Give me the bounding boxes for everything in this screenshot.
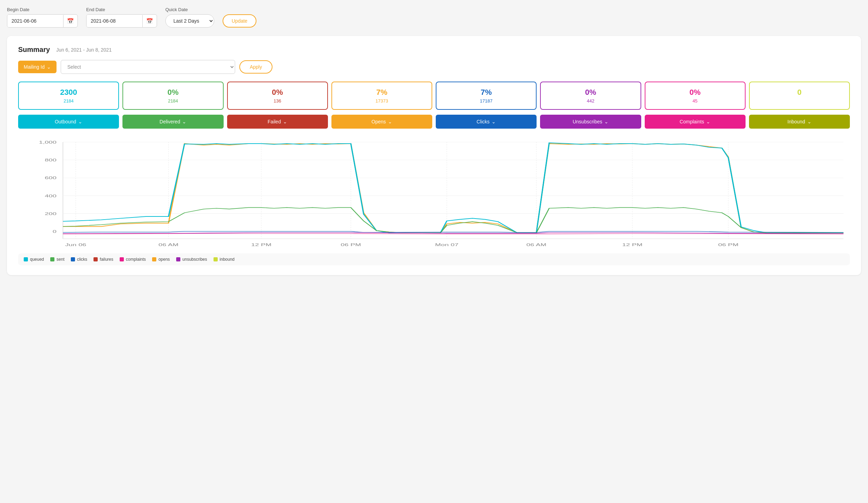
mailing-id-label: Mailing Id xyxy=(24,64,45,70)
stat-card-complaints: 0%45 xyxy=(645,82,746,110)
stat-card-failed: 0%136 xyxy=(227,82,328,110)
svg-text:Jun 06: Jun 06 xyxy=(65,243,87,247)
metric-btn-failed[interactable]: Failed⌄ xyxy=(227,115,328,129)
stats-grid: 230021840%21840%1367%173737%171870%4420%… xyxy=(18,82,850,110)
chart-area: 1,000 800 600 400 200 0 Jun 06 06 AM 12 … xyxy=(18,138,850,250)
legend-color-dot xyxy=(176,257,180,261)
svg-text:0: 0 xyxy=(53,229,57,234)
stat-main-outbound: 2300 xyxy=(22,88,115,97)
chevron-down-icon: ⌄ xyxy=(604,119,608,124)
metric-btn-label: Complaints xyxy=(680,119,704,124)
apply-button[interactable]: Apply xyxy=(239,60,272,74)
stat-card-inbound: 0 xyxy=(749,82,850,110)
legend-item-opens: opens xyxy=(152,257,170,262)
queued-line xyxy=(63,143,843,233)
end-date-group: End Date 📅 xyxy=(86,7,157,28)
metric-btn-delivered[interactable]: Delivered⌄ xyxy=(122,115,223,129)
metric-btn-complaints[interactable]: Complaints⌄ xyxy=(645,115,746,129)
metric-btn-outbound[interactable]: Outbound⌄ xyxy=(18,115,119,129)
stat-sub-delivered: 2184 xyxy=(126,98,220,104)
metric-btn-label: Opens xyxy=(372,119,386,124)
stat-sub-failed: 136 xyxy=(231,98,324,104)
chevron-down-icon: ⌄ xyxy=(492,119,496,124)
summary-title: Summary xyxy=(18,46,50,54)
legend-color-dot xyxy=(50,257,54,261)
svg-text:200: 200 xyxy=(45,211,57,216)
legend-color-dot xyxy=(24,257,28,261)
svg-text:12 PM: 12 PM xyxy=(251,243,271,247)
summary-date-range: Jun 6, 2021 - Jun 8, 2021 xyxy=(56,47,112,53)
legend-label: complaints xyxy=(126,257,146,262)
svg-text:400: 400 xyxy=(45,193,57,198)
svg-text:600: 600 xyxy=(45,176,57,180)
svg-text:06 PM: 06 PM xyxy=(718,243,738,247)
end-date-label: End Date xyxy=(86,7,157,12)
legend-color-dot xyxy=(152,257,156,261)
chevron-down-icon: ⌄ xyxy=(388,119,392,124)
stat-sub-outbound: 2184 xyxy=(22,98,115,104)
legend-row: queuedsentclicksfailurescomplaintsopensu… xyxy=(18,253,850,265)
quick-date-group: Quick Date Last 2 Days Last 7 Days Last … xyxy=(165,7,214,28)
legend-item-inbound: inbound xyxy=(214,257,235,262)
legend-item-failures: failures xyxy=(93,257,113,262)
stat-sub-unsubscribes: 442 xyxy=(544,98,637,104)
chevron-down-icon: ⌄ xyxy=(182,119,186,124)
stat-sub-clicks: 17187 xyxy=(439,98,533,104)
legend-label: queued xyxy=(30,257,44,262)
end-date-wrap: 📅 xyxy=(86,14,157,28)
legend-item-complaints: complaints xyxy=(120,257,146,262)
metric-btn-opens[interactable]: Opens⌄ xyxy=(331,115,432,129)
quick-date-select[interactable]: Last 2 Days Last 7 Days Last 30 Days xyxy=(165,14,214,28)
metric-btn-label: Delivered xyxy=(159,119,180,124)
metric-btn-label: Failed xyxy=(268,119,281,124)
legend-item-clicks: clicks xyxy=(71,257,87,262)
stat-main-delivered: 0% xyxy=(126,88,220,97)
metric-btn-label: Unsubscribes xyxy=(573,119,602,124)
metric-btn-label: Clicks xyxy=(477,119,489,124)
legend-label: sent xyxy=(57,257,65,262)
mailing-select[interactable]: Select xyxy=(61,60,235,74)
main-card: Summary Jun 6, 2021 - Jun 8, 2021 Mailin… xyxy=(7,36,861,275)
legend-label: clicks xyxy=(77,257,87,262)
svg-text:06 AM: 06 AM xyxy=(526,243,546,247)
svg-text:Mon 07: Mon 07 xyxy=(435,243,458,247)
stat-card-opens: 7%17373 xyxy=(331,82,432,110)
metric-btn-clicks[interactable]: Clicks⌄ xyxy=(436,115,537,129)
stat-sub-opens: 17373 xyxy=(335,98,429,104)
begin-date-wrap: 📅 xyxy=(7,14,78,28)
clicks-line xyxy=(63,231,843,233)
legend-color-dot xyxy=(120,257,124,261)
begin-date-input[interactable] xyxy=(7,15,63,27)
stat-main-unsubscribes: 0% xyxy=(544,88,637,97)
end-date-calendar-icon[interactable]: 📅 xyxy=(142,15,157,27)
legend-color-dot xyxy=(71,257,75,261)
metric-btn-unsubscribes[interactable]: Unsubscribes⌄ xyxy=(540,115,641,129)
svg-text:800: 800 xyxy=(45,158,57,162)
opens-line xyxy=(63,144,843,233)
legend-color-dot xyxy=(214,257,218,261)
metric-btn-inbound[interactable]: Inbound⌄ xyxy=(749,115,850,129)
stat-main-clicks: 7% xyxy=(439,88,533,97)
svg-text:1,000: 1,000 xyxy=(39,140,57,144)
stat-main-complaints: 0% xyxy=(648,88,742,97)
summary-header: Summary Jun 6, 2021 - Jun 8, 2021 xyxy=(18,46,850,54)
stat-main-opens: 7% xyxy=(335,88,429,97)
update-button[interactable]: Update xyxy=(223,14,256,28)
filter-row: Mailing Id ⌄ Select Apply xyxy=(18,60,850,74)
mailing-id-button[interactable]: Mailing Id ⌄ xyxy=(18,61,57,73)
chevron-down-icon: ⌄ xyxy=(47,64,51,70)
metric-btn-label: Inbound xyxy=(787,119,805,124)
metric-btn-label: Outbound xyxy=(55,119,76,124)
legend-color-dot xyxy=(93,257,98,261)
legend-item-queued: queued xyxy=(24,257,44,262)
legend-label: opens xyxy=(158,257,170,262)
stat-card-delivered: 0%2184 xyxy=(122,82,223,110)
complaints-line xyxy=(63,234,843,234)
end-date-input[interactable] xyxy=(87,15,142,27)
stat-main-failed: 0% xyxy=(231,88,324,97)
chevron-down-icon: ⌄ xyxy=(807,119,811,124)
legend-label: failures xyxy=(100,257,113,262)
select-wrap: Select xyxy=(61,60,235,74)
stat-main-inbound: 0 xyxy=(753,88,846,97)
begin-date-calendar-icon[interactable]: 📅 xyxy=(63,15,77,27)
